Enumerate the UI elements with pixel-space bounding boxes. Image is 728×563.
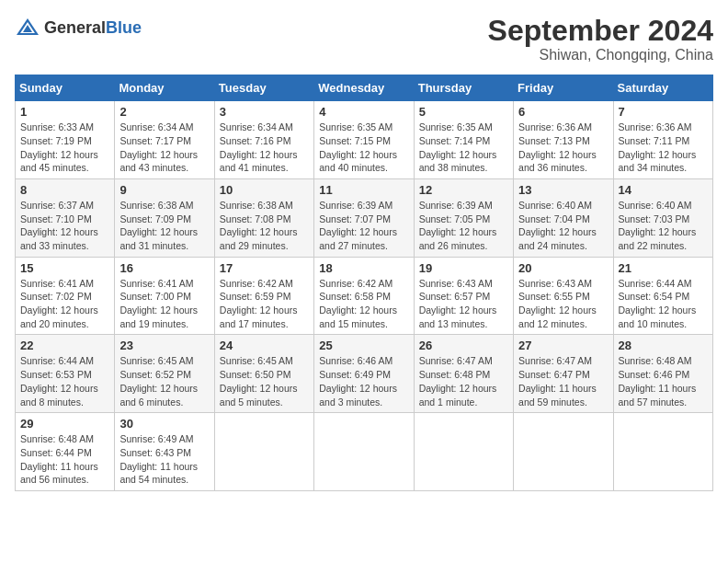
calendar-cell: 9Sunrise: 6:38 AM Sunset: 7:09 PM Daylig…: [115, 178, 214, 257]
day-number: 11: [319, 183, 408, 197]
day-number: 5: [419, 105, 508, 119]
calendar-cell: 11Sunrise: 6:39 AM Sunset: 7:07 PM Dayli…: [314, 178, 414, 257]
calendar-cell: 10Sunrise: 6:38 AM Sunset: 7:08 PM Dayli…: [214, 178, 313, 257]
calendar-cell: 20Sunrise: 6:43 AM Sunset: 6:55 PM Dayli…: [514, 257, 613, 335]
day-number: 4: [319, 105, 408, 119]
day-number: 8: [20, 183, 109, 197]
day-info: Sunrise: 6:40 AM Sunset: 7:04 PM Dayligh…: [518, 199, 608, 253]
day-info: Sunrise: 6:44 AM Sunset: 6:54 PM Dayligh…: [619, 277, 708, 331]
weekday-header-sunday: Sunday: [16, 75, 115, 101]
day-info: Sunrise: 6:36 AM Sunset: 7:11 PM Dayligh…: [619, 121, 708, 175]
weekday-header-saturday: Saturday: [613, 75, 712, 101]
day-info: Sunrise: 6:48 AM Sunset: 6:46 PM Dayligh…: [619, 354, 708, 408]
day-number: 28: [619, 339, 708, 352]
week-row-1: 1Sunrise: 6:33 AM Sunset: 7:19 PM Daylig…: [16, 101, 713, 179]
calendar-cell: 27Sunrise: 6:47 AM Sunset: 6:47 PM Dayli…: [514, 335, 613, 413]
day-number: 15: [20, 261, 109, 275]
day-info: Sunrise: 6:35 AM Sunset: 7:15 PM Dayligh…: [319, 121, 408, 175]
calendar-cell: [514, 413, 613, 491]
calendar-cell: 3Sunrise: 6:34 AM Sunset: 7:16 PM Daylig…: [214, 101, 313, 179]
day-info: Sunrise: 6:38 AM Sunset: 7:09 PM Dayligh…: [119, 199, 209, 253]
logo-text-general: General: [44, 18, 106, 37]
calendar-cell: 14Sunrise: 6:40 AM Sunset: 7:03 PM Dayli…: [613, 178, 712, 257]
calendar-cell: 12Sunrise: 6:39 AM Sunset: 7:05 PM Dayli…: [414, 178, 513, 257]
title-block: September 2024 Shiwan, Chongqing, China: [488, 15, 713, 63]
day-number: 3: [220, 105, 309, 119]
calendar-cell: 19Sunrise: 6:43 AM Sunset: 6:57 PM Dayli…: [414, 257, 513, 335]
day-number: 18: [319, 261, 408, 275]
day-info: Sunrise: 6:43 AM Sunset: 6:55 PM Dayligh…: [518, 277, 608, 331]
day-info: Sunrise: 6:48 AM Sunset: 6:44 PM Dayligh…: [20, 432, 109, 487]
day-number: 26: [419, 339, 508, 352]
calendar-cell: 13Sunrise: 6:40 AM Sunset: 7:04 PM Dayli…: [514, 178, 613, 257]
logo: GeneralBlue: [15, 15, 142, 40]
day-number: 16: [119, 261, 209, 275]
logo-text-blue: Blue: [106, 18, 142, 37]
weekday-header-thursday: Thursday: [414, 75, 513, 101]
day-info: Sunrise: 6:39 AM Sunset: 7:07 PM Dayligh…: [319, 199, 408, 253]
calendar-cell: 21Sunrise: 6:44 AM Sunset: 6:54 PM Dayli…: [613, 257, 712, 335]
calendar-subtitle: Shiwan, Chongqing, China: [488, 47, 713, 63]
day-info: Sunrise: 6:41 AM Sunset: 7:02 PM Dayligh…: [20, 277, 109, 331]
week-row-3: 15Sunrise: 6:41 AM Sunset: 7:02 PM Dayli…: [16, 257, 713, 335]
weekday-header-row: SundayMondayTuesdayWednesdayThursdayFrid…: [16, 75, 713, 101]
day-number: 9: [119, 183, 209, 197]
day-info: Sunrise: 6:34 AM Sunset: 7:16 PM Dayligh…: [220, 121, 309, 175]
day-info: Sunrise: 6:45 AM Sunset: 6:52 PM Dayligh…: [119, 354, 209, 408]
day-number: 12: [419, 183, 508, 197]
day-number: 19: [419, 261, 508, 275]
calendar-table: SundayMondayTuesdayWednesdayThursdayFrid…: [15, 75, 713, 491]
day-info: Sunrise: 6:49 AM Sunset: 6:43 PM Dayligh…: [119, 432, 209, 487]
weekday-header-monday: Monday: [115, 75, 214, 101]
day-number: 6: [518, 105, 608, 119]
day-number: 7: [619, 105, 708, 119]
day-info: Sunrise: 6:37 AM Sunset: 7:10 PM Dayligh…: [20, 199, 109, 253]
calendar-cell: 17Sunrise: 6:42 AM Sunset: 6:59 PM Dayli…: [214, 257, 313, 335]
calendar-cell: 5Sunrise: 6:35 AM Sunset: 7:14 PM Daylig…: [414, 101, 513, 179]
day-number: 20: [518, 261, 608, 275]
day-number: 23: [119, 339, 209, 352]
day-info: Sunrise: 6:38 AM Sunset: 7:08 PM Dayligh…: [220, 199, 309, 253]
week-row-4: 22Sunrise: 6:44 AM Sunset: 6:53 PM Dayli…: [16, 335, 713, 413]
day-info: Sunrise: 6:42 AM Sunset: 6:58 PM Dayligh…: [319, 277, 408, 331]
page-header: GeneralBlue September 2024 Shiwan, Chong…: [15, 15, 713, 63]
day-number: 22: [20, 339, 109, 352]
day-info: Sunrise: 6:36 AM Sunset: 7:13 PM Dayligh…: [518, 121, 608, 175]
day-number: 13: [518, 183, 608, 197]
day-info: Sunrise: 6:42 AM Sunset: 6:59 PM Dayligh…: [220, 277, 309, 331]
calendar-cell: 22Sunrise: 6:44 AM Sunset: 6:53 PM Dayli…: [16, 335, 115, 413]
calendar-cell: 23Sunrise: 6:45 AM Sunset: 6:52 PM Dayli…: [115, 335, 214, 413]
calendar-cell: 24Sunrise: 6:45 AM Sunset: 6:50 PM Dayli…: [214, 335, 313, 413]
day-info: Sunrise: 6:47 AM Sunset: 6:47 PM Dayligh…: [518, 354, 608, 408]
calendar-cell: 1Sunrise: 6:33 AM Sunset: 7:19 PM Daylig…: [16, 101, 115, 179]
day-number: 17: [220, 261, 309, 275]
calendar-cell: 6Sunrise: 6:36 AM Sunset: 7:13 PM Daylig…: [514, 101, 613, 179]
calendar-cell: 28Sunrise: 6:48 AM Sunset: 6:46 PM Dayli…: [613, 335, 712, 413]
day-number: 25: [319, 339, 408, 352]
day-info: Sunrise: 6:41 AM Sunset: 7:00 PM Dayligh…: [119, 277, 209, 331]
day-info: Sunrise: 6:33 AM Sunset: 7:19 PM Dayligh…: [20, 121, 109, 175]
day-info: Sunrise: 6:35 AM Sunset: 7:14 PM Dayligh…: [419, 121, 508, 175]
day-number: 10: [220, 183, 309, 197]
logo-icon: [15, 15, 40, 40]
day-number: 14: [619, 183, 708, 197]
weekday-header-friday: Friday: [514, 75, 613, 101]
weekday-header-tuesday: Tuesday: [214, 75, 313, 101]
day-info: Sunrise: 6:40 AM Sunset: 7:03 PM Dayligh…: [619, 199, 708, 253]
day-info: Sunrise: 6:44 AM Sunset: 6:53 PM Dayligh…: [20, 354, 109, 408]
day-info: Sunrise: 6:47 AM Sunset: 6:48 PM Dayligh…: [419, 354, 508, 408]
week-row-5: 29Sunrise: 6:48 AM Sunset: 6:44 PM Dayli…: [16, 413, 713, 491]
calendar-cell: [214, 413, 313, 491]
day-info: Sunrise: 6:34 AM Sunset: 7:17 PM Dayligh…: [119, 121, 209, 175]
day-number: 24: [220, 339, 309, 352]
day-info: Sunrise: 6:45 AM Sunset: 6:50 PM Dayligh…: [220, 354, 309, 408]
day-number: 27: [518, 339, 608, 352]
day-info: Sunrise: 6:43 AM Sunset: 6:57 PM Dayligh…: [419, 277, 508, 331]
day-number: 21: [619, 261, 708, 275]
calendar-cell: 2Sunrise: 6:34 AM Sunset: 7:17 PM Daylig…: [115, 101, 214, 179]
calendar-cell: [414, 413, 513, 491]
week-row-2: 8Sunrise: 6:37 AM Sunset: 7:10 PM Daylig…: [16, 178, 713, 257]
calendar-cell: 29Sunrise: 6:48 AM Sunset: 6:44 PM Dayli…: [16, 413, 115, 491]
day-info: Sunrise: 6:39 AM Sunset: 7:05 PM Dayligh…: [419, 199, 508, 253]
calendar-cell: 25Sunrise: 6:46 AM Sunset: 6:49 PM Dayli…: [314, 335, 414, 413]
